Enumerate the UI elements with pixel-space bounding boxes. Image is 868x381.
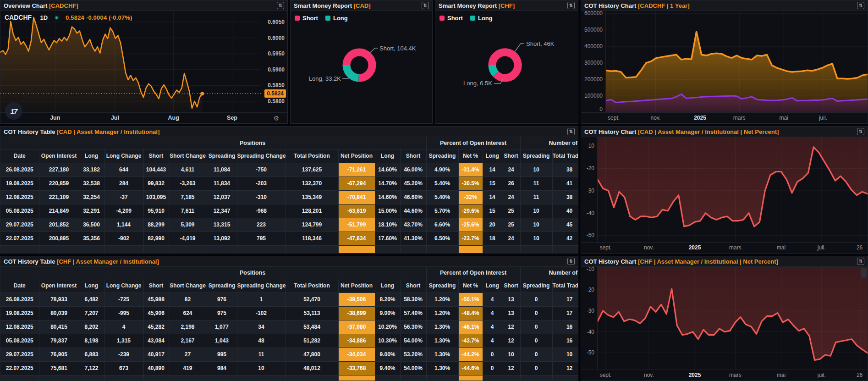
price-scale[interactable]: 0.60500.60000.59500.59000.58500.58000.58… [261,11,287,112]
column-header[interactable]: Date [0,279,39,293]
column-header[interactable]: Total Position [286,279,338,293]
column-header[interactable]: Long [483,279,502,293]
column-header[interactable]: Spreading [520,149,552,163]
panel-header[interactable]: Smart Money Report [CHF] ⇅ [435,0,578,11]
column-header[interactable]: Short [143,149,169,163]
column-header[interactable]: Short [502,279,520,293]
column-header[interactable]: Long [375,279,400,293]
column-header[interactable]: Long Change [104,279,143,293]
net-value-cell: -50.1% [458,293,483,306]
column-header[interactable]: Net % [458,149,483,163]
table-row[interactable]: 29.07.2025201,85236,5001,14488,2995,3091… [0,218,578,232]
cot-table-cad[interactable]: PositionsPercent of Open InterestNumber … [0,137,578,253]
chf-net-time-axis[interactable]: sept.nov.2025marsmaijuil.26 [581,370,868,381]
net-value-cell: -43.7% [458,334,483,348]
swap-arrows-icon[interactable]: ⇅ [857,2,864,9]
table-row[interactable]: 22.07.202575,6817,12267340,8904199841048… [0,361,578,375]
column-header[interactable]: Net Position [338,279,375,293]
column-header[interactable]: Total Position [286,149,338,163]
column-header[interactable]: Spreading [207,149,237,163]
column-header[interactable]: Spreading [520,279,552,293]
swap-arrows-icon[interactable]: ⇅ [567,258,575,265]
column-header[interactable]: Short [502,149,520,163]
tradingview-logo[interactable]: 17 [5,102,22,120]
legend-item-short[interactable]: Short [439,15,463,22]
overview-time-axis[interactable]: JunJulAugSep ⚙ [0,112,287,123]
donut-legend[interactable]: Short Long [439,15,493,22]
percent-scale[interactable]: -10-20-30-40-50 [581,137,598,242]
column-header[interactable]: Spreading [207,279,237,293]
table-cell: 38 [552,190,578,204]
cot-year-plot[interactable] [606,11,868,112]
column-header[interactable]: Spreading [426,149,458,163]
legend-item-long[interactable]: Long [470,15,493,22]
swap-arrows-icon[interactable]: ⇅ [857,128,864,135]
chf-net-plot[interactable] [598,267,868,370]
column-header[interactable]: Short [400,279,426,293]
column-header[interactable]: Total Traders [552,149,578,163]
column-header[interactable]: Spreading Change [237,279,286,293]
column-header[interactable]: Short [143,279,169,293]
table-row[interactable]: 05.08.2025214,84932,291-4,20995,9107,611… [0,204,578,218]
swap-arrows-icon[interactable]: ⇅ [567,2,575,9]
table-cell: 15 [483,204,502,218]
table-row[interactable]: 29.07.202576,9056,883-23940,917279951147… [0,348,578,361]
overview-plot[interactable] [0,11,261,112]
symbol-name[interactable]: CADCHF [5,14,32,21]
legend-item-long[interactable]: Long [325,15,348,22]
donut-legend[interactable]: Short Long [295,15,348,22]
interval-label[interactable]: 1D [40,14,48,21]
swap-arrows-icon[interactable]: ⇅ [567,128,575,135]
column-header[interactable]: Long [79,279,104,293]
table-row[interactable]: 05.08.202579,8378,1981,31543,0842,1671,0… [0,334,578,348]
cad-net-plot[interactable] [598,137,868,242]
column-header[interactable]: Short [400,149,426,163]
market-status-icon[interactable] [55,16,59,20]
column-header[interactable]: Total Traders [552,279,578,293]
y-axis-tick: -30 [587,308,594,314]
table-cell: 7,122 [79,361,104,375]
table-row[interactable]: 12.08.2025221,10932,254-37103,0957,18512… [0,190,578,204]
column-header[interactable]: Open Interest [39,279,79,293]
table-row[interactable]: 19.08.2025220,85932,53828499,832-3,26311… [0,177,578,190]
panel-header[interactable]: COT History Table [CHF | Asset Manager /… [0,256,578,267]
table-row[interactable]: 22.07.2025200,89535,356-90282,990-4,0191… [0,232,578,245]
percent-scale[interactable]: -10-20-30-40-50 [581,267,598,370]
value-scale[interactable]: 6000005000004000003000002000001000000 [581,11,606,112]
column-header[interactable]: Net Position [338,149,375,163]
table-row[interactable]: 26.08.2025227,18033,182644104,4434,61111… [0,163,578,177]
table-cell: 1.30% [426,320,458,334]
cot-table-chf[interactable]: PositionsPercent of Open InterestNumber … [0,267,578,381]
column-header[interactable]: Date [0,149,39,163]
scrollbar-thumb[interactable] [861,268,867,278]
column-header[interactable]: Short Change [169,149,207,163]
swap-arrows-icon[interactable]: ⇅ [857,258,864,265]
column-header[interactable]: Spreading [426,279,458,293]
panel-header[interactable]: COT History Chart [CADCHF | 1 Year] ⇅ [581,0,868,11]
time-axis-labels: JunJulAugSep [0,113,261,123]
legend-item-short[interactable]: Short [295,15,318,22]
column-header[interactable]: Spreading Change [237,149,286,163]
swap-arrows-icon[interactable]: ⇅ [422,2,429,9]
settings-gear-icon[interactable]: ⚙ [273,115,279,122]
table-row[interactable]: 12.08.202580,4158,202445,2822,1981,07734… [0,320,578,334]
column-header[interactable]: Short Change [169,279,207,293]
column-header[interactable]: Long Change [104,149,143,163]
column-header[interactable]: Open Interest [39,149,79,163]
table-cell: 135,349 [286,190,338,204]
panel-header[interactable]: COT History Table [CAD | Asset Manager /… [0,127,578,137]
symbol-legend[interactable]: CADCHF · 1D 0.5824 -0.0004 (-0.07%) [5,14,132,21]
panel-header[interactable]: Overview Chart [CADCHF] ⇅ [0,0,287,11]
panel-header[interactable]: COT History Chart [CAD | Asset Manager /… [581,127,868,137]
panel-header[interactable]: Smart Money Report [CAD] ⇅ [291,0,432,11]
column-header[interactable]: Long [483,149,502,163]
table-row[interactable]: 19.08.202580,0397,207-99545,906624975-10… [0,306,578,320]
cad-net-time-axis[interactable]: sept.nov.2025marsmaijuil.26 [581,242,868,253]
cot-year-time-axis[interactable]: sept.nov.2025marsmaijuil. [581,112,868,123]
table-row[interactable]: 26.08.202578,9336,482-72545,98882976152,… [0,293,578,306]
column-header[interactable]: Long [79,149,104,163]
swap-arrows-icon[interactable]: ⇅ [277,2,284,9]
column-header[interactable]: Net % [458,279,483,293]
column-header[interactable]: Long [375,149,400,163]
panel-header[interactable]: COT History Chart [CHF | Asset Manager /… [581,256,868,267]
